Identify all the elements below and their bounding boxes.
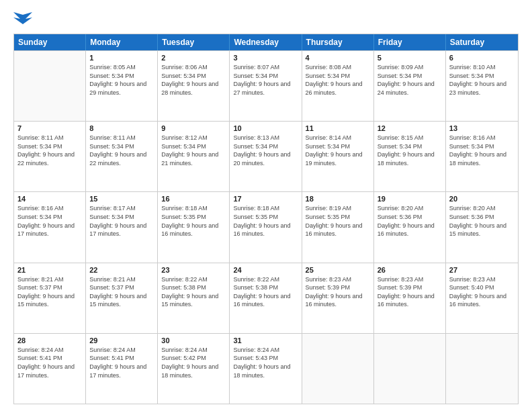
calendar-cell: 30Sunrise: 8:24 AMSunset: 5:42 PMDayligh… (158, 334, 230, 404)
calendar-cell: 22Sunrise: 8:21 AMSunset: 5:37 PMDayligh… (86, 263, 158, 333)
calendar-cell: 25Sunrise: 8:23 AMSunset: 5:39 PMDayligh… (302, 263, 374, 333)
day-number: 14 (17, 195, 82, 203)
day-of-week-header: Monday (86, 34, 158, 50)
day-number: 11 (306, 124, 370, 132)
day-info: Sunrise: 8:24 AMSunset: 5:43 PMDaylight:… (233, 346, 298, 379)
day-of-week-header: Saturday (446, 34, 518, 50)
day-info: Sunrise: 8:24 AMSunset: 5:41 PMDaylight:… (89, 346, 154, 379)
calendar-cell: 3Sunrise: 8:07 AMSunset: 5:34 PMDaylight… (230, 51, 302, 121)
calendar-cell: 13Sunrise: 8:16 AMSunset: 5:34 PMDayligh… (446, 122, 518, 191)
day-info: Sunrise: 8:16 AMSunset: 5:34 PMDaylight:… (17, 204, 82, 238)
day-info: Sunrise: 8:16 AMSunset: 5:34 PMDaylight:… (449, 134, 515, 167)
calendar: SundayMondayTuesdayWednesdayThursdayFrid… (13, 34, 519, 404)
calendar-cell: 18Sunrise: 8:19 AMSunset: 5:35 PMDayligh… (302, 192, 374, 262)
calendar-body: 1Sunrise: 8:05 AMSunset: 5:34 PMDaylight… (14, 50, 518, 404)
calendar-cell: 6Sunrise: 8:10 AMSunset: 5:34 PMDaylight… (446, 51, 518, 121)
calendar-cell: 5Sunrise: 8:09 AMSunset: 5:34 PMDaylight… (374, 51, 446, 121)
calendar-header: SundayMondayTuesdayWednesdayThursdayFrid… (14, 34, 518, 50)
day-of-week-header: Thursday (302, 34, 374, 50)
calendar-cell (446, 334, 518, 404)
day-of-week-header: Wednesday (230, 34, 302, 50)
calendar-cell: 23Sunrise: 8:22 AMSunset: 5:38 PMDayligh… (158, 263, 230, 333)
calendar-cell: 10Sunrise: 8:13 AMSunset: 5:34 PMDayligh… (230, 122, 302, 191)
calendar-cell: 4Sunrise: 8:08 AMSunset: 5:34 PMDaylight… (302, 51, 374, 121)
calendar-cell (14, 51, 86, 121)
day-info: Sunrise: 8:10 AMSunset: 5:34 PMDaylight:… (449, 63, 515, 97)
day-number: 18 (306, 195, 370, 203)
day-number: 2 (161, 54, 226, 62)
day-number: 15 (89, 195, 154, 203)
calendar-cell: 28Sunrise: 8:24 AMSunset: 5:41 PMDayligh… (14, 334, 86, 404)
day-number: 17 (233, 195, 298, 203)
day-of-week-header: Sunday (14, 34, 86, 50)
day-info: Sunrise: 8:20 AMSunset: 5:36 PMDaylight:… (378, 204, 442, 238)
day-info: Sunrise: 8:18 AMSunset: 5:35 PMDaylight:… (233, 204, 298, 238)
day-info: Sunrise: 8:24 AMSunset: 5:41 PMDaylight:… (17, 346, 82, 379)
day-number: 21 (17, 266, 82, 274)
day-number: 8 (89, 124, 154, 132)
day-number: 26 (378, 266, 442, 274)
calendar-cell: 15Sunrise: 8:17 AMSunset: 5:34 PMDayligh… (86, 192, 158, 262)
calendar-cell: 9Sunrise: 8:12 AMSunset: 5:34 PMDaylight… (158, 122, 230, 191)
day-info: Sunrise: 8:18 AMSunset: 5:35 PMDaylight:… (161, 204, 226, 238)
svg-marker-0 (13, 12, 32, 24)
day-number: 6 (449, 54, 515, 62)
day-info: Sunrise: 8:14 AMSunset: 5:34 PMDaylight:… (306, 134, 370, 167)
day-number: 5 (378, 54, 442, 62)
day-info: Sunrise: 8:22 AMSunset: 5:38 PMDaylight:… (161, 275, 226, 309)
calendar-row: 21Sunrise: 8:21 AMSunset: 5:37 PMDayligh… (14, 263, 518, 333)
day-number: 10 (233, 124, 298, 132)
day-number: 1 (89, 54, 154, 62)
day-number: 4 (306, 54, 370, 62)
calendar-cell: 19Sunrise: 8:20 AMSunset: 5:36 PMDayligh… (374, 192, 446, 262)
page: SundayMondayTuesdayWednesdayThursdayFrid… (0, 0, 532, 411)
day-number: 19 (378, 195, 442, 203)
day-info: Sunrise: 8:11 AMSunset: 5:34 PMDaylight:… (89, 134, 154, 167)
logo (13, 12, 35, 27)
day-number: 31 (233, 336, 298, 345)
calendar-cell: 31Sunrise: 8:24 AMSunset: 5:43 PMDayligh… (230, 334, 302, 404)
calendar-cell (302, 334, 374, 404)
day-number: 22 (89, 266, 154, 274)
day-info: Sunrise: 8:23 AMSunset: 5:40 PMDaylight:… (449, 275, 515, 309)
calendar-cell: 8Sunrise: 8:11 AMSunset: 5:34 PMDaylight… (86, 122, 158, 191)
day-number: 20 (449, 195, 515, 203)
calendar-row: 7Sunrise: 8:11 AMSunset: 5:34 PMDaylight… (14, 121, 518, 191)
day-number: 24 (233, 266, 298, 274)
day-info: Sunrise: 8:15 AMSunset: 5:34 PMDaylight:… (378, 134, 442, 167)
calendar-cell (374, 334, 446, 404)
day-info: Sunrise: 8:07 AMSunset: 5:34 PMDaylight:… (233, 63, 298, 97)
calendar-cell: 2Sunrise: 8:06 AMSunset: 5:34 PMDaylight… (158, 51, 230, 121)
day-number: 7 (17, 124, 82, 132)
day-number: 30 (161, 336, 226, 345)
day-info: Sunrise: 8:17 AMSunset: 5:34 PMDaylight:… (89, 204, 154, 238)
day-info: Sunrise: 8:11 AMSunset: 5:34 PMDaylight:… (17, 134, 82, 167)
calendar-cell: 14Sunrise: 8:16 AMSunset: 5:34 PMDayligh… (14, 192, 86, 262)
day-number: 3 (233, 54, 298, 62)
day-info: Sunrise: 8:23 AMSunset: 5:39 PMDaylight:… (378, 275, 442, 309)
calendar-cell: 11Sunrise: 8:14 AMSunset: 5:34 PMDayligh… (302, 122, 374, 191)
calendar-row: 28Sunrise: 8:24 AMSunset: 5:41 PMDayligh… (14, 333, 518, 404)
calendar-row: 14Sunrise: 8:16 AMSunset: 5:34 PMDayligh… (14, 191, 518, 262)
day-number: 16 (161, 195, 226, 203)
day-info: Sunrise: 8:13 AMSunset: 5:34 PMDaylight:… (233, 134, 298, 167)
day-info: Sunrise: 8:24 AMSunset: 5:42 PMDaylight:… (161, 346, 226, 379)
calendar-cell: 29Sunrise: 8:24 AMSunset: 5:41 PMDayligh… (86, 334, 158, 404)
day-number: 29 (89, 336, 154, 345)
calendar-cell: 24Sunrise: 8:22 AMSunset: 5:38 PMDayligh… (230, 263, 302, 333)
day-info: Sunrise: 8:21 AMSunset: 5:37 PMDaylight:… (17, 275, 82, 309)
day-info: Sunrise: 8:08 AMSunset: 5:34 PMDaylight:… (306, 63, 370, 97)
day-number: 28 (17, 336, 82, 345)
day-info: Sunrise: 8:19 AMSunset: 5:35 PMDaylight:… (306, 204, 370, 238)
calendar-cell: 1Sunrise: 8:05 AMSunset: 5:34 PMDaylight… (86, 51, 158, 121)
header (13, 12, 519, 27)
day-number: 13 (449, 124, 515, 132)
day-info: Sunrise: 8:06 AMSunset: 5:34 PMDaylight:… (161, 63, 226, 97)
day-info: Sunrise: 8:22 AMSunset: 5:38 PMDaylight:… (233, 275, 298, 309)
logo-icon (13, 12, 32, 27)
calendar-cell: 12Sunrise: 8:15 AMSunset: 5:34 PMDayligh… (374, 122, 446, 191)
calendar-cell: 21Sunrise: 8:21 AMSunset: 5:37 PMDayligh… (14, 263, 86, 333)
calendar-cell: 20Sunrise: 8:20 AMSunset: 5:36 PMDayligh… (446, 192, 518, 262)
day-number: 23 (161, 266, 226, 274)
day-info: Sunrise: 8:21 AMSunset: 5:37 PMDaylight:… (89, 275, 154, 309)
